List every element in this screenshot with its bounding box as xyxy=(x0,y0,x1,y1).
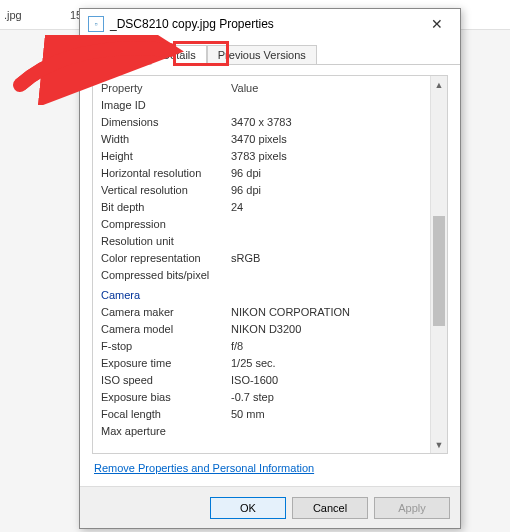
property-row[interactable]: Image ID xyxy=(101,97,430,114)
property-label: Camera maker xyxy=(101,304,231,321)
property-label: Max aperture xyxy=(101,423,231,440)
property-value: 3783 pixels xyxy=(231,148,430,165)
dialog-title: _DSC8210 copy.jpg Properties xyxy=(110,17,420,31)
property-value: 3470 x 3783 xyxy=(231,114,430,131)
property-value: -0.7 step xyxy=(231,389,430,406)
property-row[interactable]: Exposure bias-0.7 step xyxy=(101,389,430,406)
property-row[interactable]: Camera modelNIKON D3200 xyxy=(101,321,430,338)
header-property: Property xyxy=(101,80,231,97)
tab-row: General Details Previous Versions xyxy=(80,39,460,65)
tab-previous-versions[interactable]: Previous Versions xyxy=(207,45,317,64)
property-row[interactable]: Compression xyxy=(101,216,430,233)
property-row[interactable]: Camera makerNIKON CORPORATION xyxy=(101,304,430,321)
property-value xyxy=(231,423,430,440)
property-row[interactable]: Width3470 pixels xyxy=(101,131,430,148)
property-label: Focal length xyxy=(101,406,231,423)
property-label: Bit depth xyxy=(101,199,231,216)
property-row[interactable]: F-stopf/8 xyxy=(101,338,430,355)
properties-list: Property Value Image IDDimensions3470 x … xyxy=(92,75,448,454)
property-label: Compression xyxy=(101,216,231,233)
property-label: F-stop xyxy=(101,338,231,355)
property-label: Exposure bias xyxy=(101,389,231,406)
tab-general[interactable]: General xyxy=(90,45,151,64)
property-value: 1/25 sec. xyxy=(231,355,430,372)
property-label: Camera model xyxy=(101,321,231,338)
bg-filename: .jpg xyxy=(0,9,50,21)
property-value: 50 mm xyxy=(231,406,430,423)
header-row: Property Value xyxy=(101,80,430,97)
remove-properties-link[interactable]: Remove Properties and Personal Informati… xyxy=(92,454,448,480)
property-value: 24 xyxy=(231,199,430,216)
image-file-icon: ▫ xyxy=(88,16,104,32)
property-value: 96 dpi xyxy=(231,182,430,199)
property-value: 3470 pixels xyxy=(231,131,430,148)
scrollbar[interactable]: ▲ ▼ xyxy=(430,76,447,453)
property-row[interactable]: Exposure time1/25 sec. xyxy=(101,355,430,372)
property-label: Width xyxy=(101,131,231,148)
close-button[interactable]: ✕ xyxy=(420,12,454,36)
property-row[interactable]: Bit depth24 xyxy=(101,199,430,216)
apply-button[interactable]: Apply xyxy=(374,497,450,519)
properties-scroll: Property Value Image IDDimensions3470 x … xyxy=(93,76,430,453)
titlebar: ▫ _DSC8210 copy.jpg Properties ✕ xyxy=(80,9,460,39)
property-row[interactable]: Horizontal resolution96 dpi xyxy=(101,165,430,182)
property-label: Dimensions xyxy=(101,114,231,131)
property-label: Compressed bits/pixel xyxy=(101,267,231,284)
property-row[interactable]: Color representationsRGB xyxy=(101,250,430,267)
scroll-up-icon[interactable]: ▲ xyxy=(431,76,447,93)
property-label: Image ID xyxy=(101,97,231,114)
header-value: Value xyxy=(231,80,430,97)
property-row[interactable]: Dimensions3470 x 3783 xyxy=(101,114,430,131)
scroll-down-icon[interactable]: ▼ xyxy=(431,436,447,453)
property-value xyxy=(231,233,430,250)
property-row[interactable]: Height3783 pixels xyxy=(101,148,430,165)
property-label: Vertical resolution xyxy=(101,182,231,199)
property-label: ISO speed xyxy=(101,372,231,389)
property-row[interactable]: Compressed bits/pixel xyxy=(101,267,430,284)
property-label: Horizontal resolution xyxy=(101,165,231,182)
property-value: f/8 xyxy=(231,338,430,355)
property-value xyxy=(231,267,430,284)
property-label: Exposure time xyxy=(101,355,231,372)
property-value xyxy=(231,97,430,114)
property-value: NIKON CORPORATION xyxy=(231,304,430,321)
property-row[interactable]: Vertical resolution96 dpi xyxy=(101,182,430,199)
property-value: ISO-1600 xyxy=(231,372,430,389)
properties-dialog: ▫ _DSC8210 copy.jpg Properties ✕ General… xyxy=(79,8,461,529)
ok-button[interactable]: OK xyxy=(210,497,286,519)
cancel-button[interactable]: Cancel xyxy=(292,497,368,519)
property-row[interactable]: Max aperture xyxy=(101,423,430,440)
tab-details[interactable]: Details xyxy=(151,45,207,65)
property-value: sRGB xyxy=(231,250,430,267)
scroll-thumb[interactable] xyxy=(433,216,445,326)
close-icon: ✕ xyxy=(431,16,443,32)
property-value xyxy=(231,216,430,233)
tab-content: Property Value Image IDDimensions3470 x … xyxy=(80,65,460,486)
property-value: NIKON D3200 xyxy=(231,321,430,338)
property-row[interactable]: Resolution unit xyxy=(101,233,430,250)
property-row[interactable]: Focal length50 mm xyxy=(101,406,430,423)
property-label: Height xyxy=(101,148,231,165)
button-bar: OK Cancel Apply xyxy=(80,486,460,528)
property-value: 96 dpi xyxy=(231,165,430,182)
property-row[interactable]: ISO speedISO-1600 xyxy=(101,372,430,389)
property-label: Resolution unit xyxy=(101,233,231,250)
section-camera: Camera xyxy=(101,286,430,304)
property-label: Color representation xyxy=(101,250,231,267)
